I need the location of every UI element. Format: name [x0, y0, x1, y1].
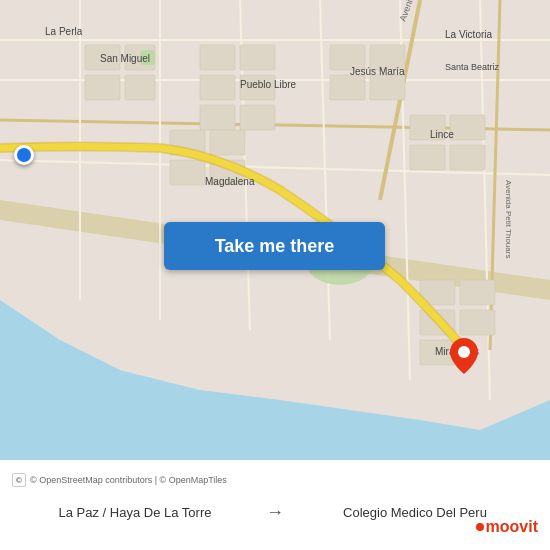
svg-text:San Miguel: San Miguel: [100, 53, 150, 64]
svg-text:Pueblo Libre: Pueblo Libre: [240, 79, 297, 90]
svg-rect-25: [240, 105, 275, 130]
svg-text:Jesús María: Jesús María: [350, 66, 405, 77]
svg-rect-19: [125, 75, 155, 100]
take-me-there-button[interactable]: Take me there: [164, 222, 385, 270]
svg-text:La Victoria: La Victoria: [445, 29, 493, 40]
map-container: La Perla San Miguel Pueblo Libre Jesús M…: [0, 0, 550, 460]
svg-text:Santa Beatriz: Santa Beatriz: [445, 62, 500, 72]
svg-rect-28: [330, 75, 365, 100]
svg-rect-41: [170, 160, 205, 185]
attribution: © © OpenStreetMap contributors | © OpenM…: [0, 473, 550, 487]
svg-point-57: [458, 346, 470, 358]
route-info: La Paz / Haya De La Torre → Colegio Medi…: [0, 487, 550, 537]
moovit-text: moovit: [486, 518, 538, 536]
svg-rect-33: [450, 145, 485, 170]
osm-logo: ©: [12, 473, 26, 487]
svg-rect-18: [85, 75, 120, 100]
origin-dot: [14, 145, 34, 165]
svg-rect-31: [450, 115, 485, 140]
svg-text:La Perla: La Perla: [45, 26, 83, 37]
svg-rect-29: [370, 75, 405, 100]
svg-rect-21: [240, 45, 275, 70]
arrow-icon: →: [266, 502, 284, 523]
svg-rect-32: [410, 145, 445, 170]
svg-rect-40: [210, 130, 245, 155]
svg-rect-22: [200, 75, 235, 100]
svg-rect-37: [460, 310, 495, 335]
svg-rect-35: [460, 280, 495, 305]
bottom-bar: © © OpenStreetMap contributors | © OpenM…: [0, 460, 550, 550]
destination-marker: [450, 338, 478, 374]
svg-rect-24: [200, 105, 235, 130]
svg-rect-20: [200, 45, 235, 70]
svg-text:Lince: Lince: [430, 129, 454, 140]
svg-text:Magdalena: Magdalena: [205, 176, 255, 187]
attribution-text: © OpenStreetMap contributors | © OpenMap…: [30, 475, 227, 485]
svg-text:Avenida Petit Thouars: Avenida Petit Thouars: [504, 180, 513, 258]
moovit-dot: [476, 523, 484, 531]
moovit-logo: moovit: [476, 518, 538, 536]
origin-label: La Paz / Haya De La Torre: [12, 505, 258, 520]
